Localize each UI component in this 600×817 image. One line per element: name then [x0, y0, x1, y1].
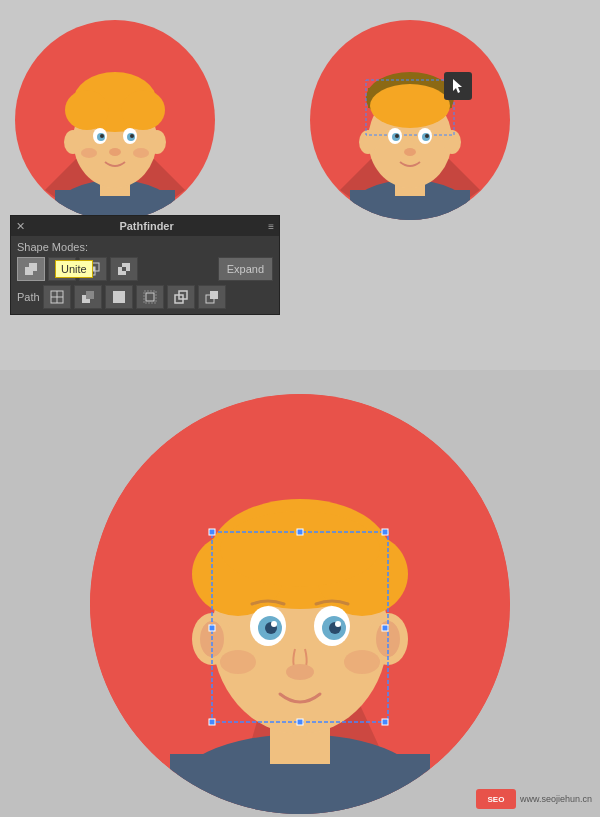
- divide-icon: [49, 289, 65, 305]
- pathfinder-close[interactable]: ✕: [16, 220, 25, 233]
- svg-rect-44: [122, 267, 126, 271]
- svg-rect-91: [382, 719, 388, 725]
- pathfinder-panel: ✕ Pathfinder ≡ Shape Modes:: [10, 215, 280, 315]
- pathfinders-row: Path: [17, 285, 273, 309]
- exclude-btn[interactable]: [110, 257, 138, 281]
- unite-tooltip: Unite: [55, 260, 93, 278]
- svg-point-81: [220, 650, 256, 674]
- merge-btn[interactable]: [105, 285, 133, 309]
- svg-point-16: [81, 148, 97, 158]
- watermark-url: www.seojiehun.cn: [520, 794, 592, 804]
- svg-point-82: [344, 650, 380, 674]
- svg-point-32: [395, 134, 399, 138]
- pathfinder-menu[interactable]: ≡: [268, 221, 274, 232]
- svg-point-5: [148, 130, 166, 154]
- svg-point-14: [130, 134, 134, 138]
- svg-rect-87: [209, 625, 215, 631]
- bottom-section: SEO www.seojiehun.cn: [0, 370, 600, 817]
- svg-rect-52: [113, 297, 125, 303]
- svg-rect-53: [146, 293, 154, 301]
- crop-icon: [142, 289, 158, 305]
- svg-point-7: [65, 90, 109, 130]
- trim-btn[interactable]: [74, 285, 102, 309]
- avatar-right: [310, 20, 510, 220]
- svg-point-80: [286, 664, 314, 680]
- svg-rect-84: [209, 529, 215, 535]
- watermark-logo: SEO: [476, 789, 516, 809]
- expand-btn[interactable]: Expand: [218, 257, 273, 281]
- unite-btn[interactable]: [17, 257, 45, 281]
- svg-point-4: [64, 130, 82, 154]
- crop-btn[interactable]: [136, 285, 164, 309]
- shape-modes-label: Shape Modes:: [17, 241, 273, 253]
- avatar-left: [15, 20, 215, 220]
- watermark: SEO www.seojiehun.cn: [476, 789, 592, 809]
- pathfinder-content: Shape Modes:: [11, 236, 279, 314]
- avatar-large: [90, 394, 510, 814]
- svg-point-71: [220, 511, 380, 587]
- outline-btn[interactable]: [167, 285, 195, 309]
- svg-point-79: [335, 621, 341, 627]
- svg-point-26: [370, 84, 450, 128]
- svg-rect-51: [119, 291, 125, 297]
- cursor-svg: [449, 77, 467, 95]
- svg-rect-89: [209, 719, 215, 725]
- trim-icon: [80, 289, 96, 305]
- face-svg-left: [15, 20, 215, 220]
- outline-icon: [173, 289, 189, 305]
- svg-point-8: [121, 90, 165, 130]
- svg-rect-49: [86, 291, 94, 299]
- svg-rect-36: [29, 263, 37, 271]
- watermark-logo-text: SEO: [488, 795, 505, 804]
- svg-point-15: [109, 148, 121, 156]
- top-section: ✕ Pathfinder ≡ Shape Modes:: [0, 0, 600, 370]
- svg-rect-90: [297, 719, 303, 725]
- merge-icon: [111, 289, 127, 305]
- svg-point-13: [100, 134, 104, 138]
- minus-back-btn[interactable]: [198, 285, 226, 309]
- face-svg-right: [310, 20, 510, 220]
- pathfinder-title: Pathfinder: [119, 220, 173, 232]
- svg-point-17: [133, 148, 149, 158]
- svg-point-22: [359, 130, 377, 154]
- svg-rect-50: [113, 291, 119, 297]
- svg-point-23: [443, 130, 461, 154]
- divide-btn[interactable]: [43, 285, 71, 309]
- unite-icon: [23, 261, 39, 277]
- svg-point-34: [404, 148, 416, 156]
- cursor-icon: [444, 72, 472, 100]
- svg-point-78: [271, 621, 277, 627]
- svg-point-33: [425, 134, 429, 138]
- svg-rect-86: [382, 529, 388, 535]
- minus-back-icon: [204, 289, 220, 305]
- face-svg-large: [90, 394, 510, 814]
- svg-rect-85: [297, 529, 303, 535]
- exclude-icon: [116, 261, 132, 277]
- pathfinder-titlebar: ✕ Pathfinder ≡: [11, 216, 279, 236]
- svg-rect-88: [382, 625, 388, 631]
- pathfinders-label: Path: [17, 291, 40, 303]
